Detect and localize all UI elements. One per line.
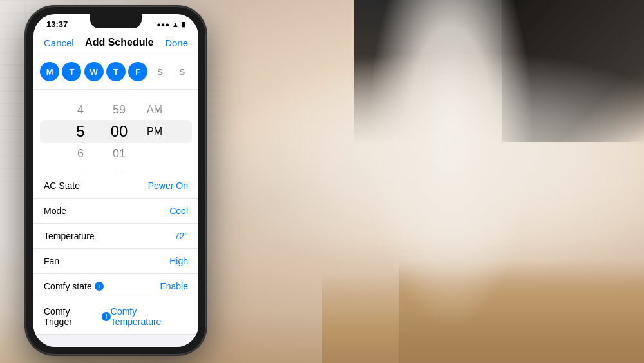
min-00-selected: 00 [100, 121, 138, 142]
hour-7: 7 [61, 164, 100, 173]
status-icons: ●●● ▲ ▮ [156, 20, 185, 28]
period-spacer2 [138, 142, 171, 164]
temperature-label: Temperature [44, 231, 95, 241]
day-thursday[interactable]: T [106, 62, 126, 81]
fan-row[interactable]: Fan High [33, 249, 198, 274]
day-monday[interactable]: M [40, 62, 59, 81]
fan-value: High [169, 256, 188, 266]
minutes-column[interactable]: 58 59 00 01 02 [100, 90, 138, 173]
mode-label: Mode [44, 206, 66, 216]
day-wednesday[interactable]: W [84, 62, 104, 81]
phone-device: 13:37 ●●● ▲ ▮ Cancel Add Schedule Done M… [26, 6, 206, 355]
min-58: 58 [100, 90, 138, 99]
ac-state-label: AC State [44, 181, 80, 191]
ampm-column[interactable]: AM PM [138, 90, 171, 173]
mode-row[interactable]: Mode Cool [33, 199, 198, 224]
comfy-state-value: Enable [160, 281, 188, 291]
comfy-trigger-info-icon[interactable]: i [102, 312, 111, 321]
hour-6: 6 [61, 142, 100, 164]
mode-value: Cool [169, 206, 188, 216]
period-am: AM [138, 99, 171, 121]
days-row: M T W T F S S [33, 54, 198, 90]
status-time: 13:37 [46, 19, 68, 29]
temperature-row[interactable]: Temperature 72° [33, 224, 198, 249]
period-pm-selected: PM [138, 121, 171, 142]
phone-screen: 13:37 ●●● ▲ ▮ Cancel Add Schedule Done M… [33, 14, 198, 347]
ac-state-row[interactable]: AC State Power On [33, 173, 198, 199]
hour-5-selected: 5 [61, 121, 100, 142]
day-sunday[interactable]: S [173, 62, 192, 81]
comfy-state-info-icon[interactable]: i [95, 282, 104, 291]
min-02: 02 [100, 164, 138, 173]
nav-bar: Cancel Add Schedule Done [33, 32, 198, 54]
time-picker-inner: 3 4 5 6 7 58 59 00 01 02 [33, 90, 198, 173]
wifi-icon: ▲ [172, 21, 179, 28]
signal-icon: ●●● [156, 21, 169, 28]
day-tuesday[interactable]: T [62, 62, 81, 81]
battery-icon: ▮ [182, 20, 185, 28]
hour-4: 4 [61, 99, 100, 121]
done-button[interactable]: Done [165, 37, 188, 48]
phone-notch [90, 14, 142, 28]
hour-3: 3 [61, 90, 100, 99]
ac-state-value: Power On [148, 181, 188, 191]
settings-list: AC State Power On Mode Cool Temperature … [33, 173, 198, 347]
min-59: 59 [100, 99, 138, 121]
temperature-value: 72° [175, 231, 188, 241]
comfy-state-label: Comfy state i [44, 281, 104, 291]
time-picker[interactable]: 3 4 5 6 7 58 59 00 01 02 [33, 90, 198, 173]
comfy-state-row[interactable]: Comfy state i Enable [33, 274, 198, 299]
comfy-trigger-label: Comfy Trigger i [44, 306, 111, 327]
comfy-trigger-row[interactable]: Comfy Trigger i Comfy Temperature [33, 299, 198, 335]
period-spacer1 [138, 90, 171, 99]
hours-column[interactable]: 3 4 5 6 7 [61, 90, 100, 173]
day-friday[interactable]: F [128, 62, 147, 81]
cancel-button[interactable]: Cancel [44, 37, 74, 48]
fan-label: Fan [44, 256, 59, 266]
min-01: 01 [100, 142, 138, 164]
day-saturday[interactable]: S [151, 62, 170, 81]
phone-body: 13:37 ●●● ▲ ▮ Cancel Add Schedule Done M… [26, 6, 206, 355]
period-spacer3 [138, 164, 171, 173]
nav-title: Add Schedule [85, 37, 154, 48]
comfy-trigger-value: Comfy Temperature [111, 306, 188, 327]
